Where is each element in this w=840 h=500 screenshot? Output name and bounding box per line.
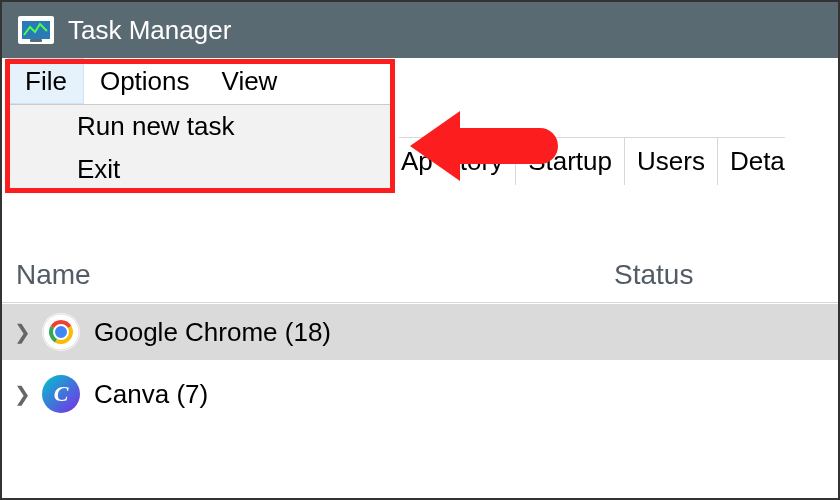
chevron-right-icon[interactable]: ❯ (2, 382, 42, 406)
tab-partial-details[interactable]: Deta (717, 137, 785, 185)
tab-users[interactable]: Users (624, 137, 718, 185)
tab-startup[interactable]: Startup (515, 137, 625, 185)
menubar: File Options View (2, 58, 838, 104)
column-headers: Name Status (2, 247, 838, 303)
menu-view[interactable]: View (206, 58, 294, 104)
chevron-right-icon[interactable]: ❯ (2, 320, 42, 344)
menu-file[interactable]: File (8, 58, 84, 104)
column-name[interactable]: Name (2, 259, 600, 291)
window-titlebar: Task Manager (2, 2, 838, 58)
file-dropdown: Run new task Exit (8, 104, 392, 192)
menuitem-exit[interactable]: Exit (9, 148, 391, 191)
process-name: Canva (7) (94, 379, 208, 410)
taskmgr-icon (18, 16, 54, 44)
process-row-canva[interactable]: ❯ C Canva (7) (2, 366, 838, 422)
canva-icon: C (42, 375, 80, 413)
tab-partial-history[interactable]: story (445, 137, 516, 185)
tab-partial-app[interactable]: Ap (399, 137, 446, 185)
column-status[interactable]: Status (600, 259, 693, 291)
menu-options[interactable]: Options (84, 58, 206, 104)
chrome-icon (42, 313, 80, 351)
process-name: Google Chrome (18) (94, 317, 331, 348)
menuitem-run-new-task[interactable]: Run new task (9, 105, 391, 148)
window-title: Task Manager (68, 15, 231, 46)
process-row-chrome[interactable]: ❯ Google Chrome (18) (2, 304, 838, 360)
